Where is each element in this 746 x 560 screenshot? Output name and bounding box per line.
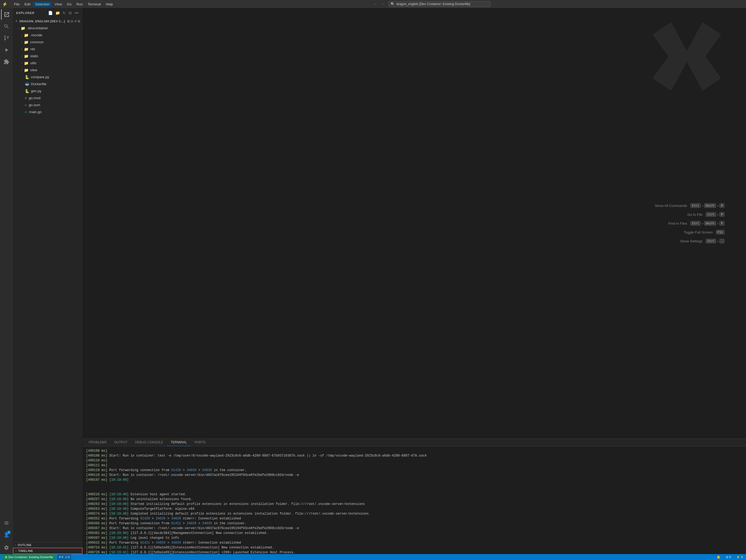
- command-find-in-files: Find in Files Ctrl + Shift + F: [668, 221, 724, 226]
- command-show-settings: Show Settings Ctrl + .: [680, 239, 724, 243]
- tab-ports[interactable]: PORTS: [191, 439, 209, 446]
- menu-terminal[interactable]: Terminal: [85, 2, 103, 7]
- sidebar-header-actions: 📄 📁 ↻ ⊟ •••: [47, 10, 79, 16]
- menu-view[interactable]: View: [52, 2, 64, 7]
- no-problems-count: 0: [729, 555, 731, 559]
- activity-explorer[interactable]: [1, 9, 12, 20]
- back-button[interactable]: ←: [371, 1, 378, 7]
- activity-remote-explorer[interactable]: [1, 518, 12, 528]
- term-line: [499110 ms]: [86, 458, 743, 463]
- tree-item-devcontainer[interactable]: › 📁 .devcontainer: [13, 25, 83, 32]
- tree-item-vscode[interactable]: › 📁 .vscode: [13, 32, 83, 39]
- command-label: Show All Commands: [655, 204, 687, 208]
- plus-sign: +: [717, 222, 719, 225]
- plus-sign: +: [717, 239, 719, 243]
- titlebar-center: ← → 🔍: [118, 1, 744, 7]
- term-line: [499108 ms]: [86, 448, 743, 453]
- python-file-icon: 🐍: [25, 74, 29, 80]
- activity-accounts[interactable]: 👤 1: [1, 529, 12, 540]
- new-file-button[interactable]: 📄: [47, 10, 54, 16]
- tree-item-go-sum[interactable]: ≡ go.sum: [13, 101, 83, 109]
- terminal-content[interactable]: [499108 ms] [499108 ms] Start: Run in co…: [83, 446, 746, 554]
- menu-edit[interactable]: Edit: [22, 2, 32, 7]
- collapse-all-button[interactable]: ⊟: [68, 10, 73, 16]
- more-actions-button[interactable]: •••: [74, 10, 79, 16]
- menu-selection[interactable]: Selection: [33, 2, 52, 7]
- remote-icon: ⊞: [5, 555, 7, 559]
- tab-terminal[interactable]: TERMINAL: [167, 439, 191, 446]
- tree-item-go-mod[interactable]: ≡ go.mod: [13, 95, 83, 101]
- tree-item-main-go[interactable]: ∞ main.go: [13, 109, 83, 116]
- tree-item-common[interactable]: › 📁 common: [13, 39, 83, 46]
- forward-button[interactable]: →: [379, 1, 386, 7]
- new-folder-button[interactable]: 📁: [55, 10, 61, 16]
- kbd-group: Ctrl + P: [706, 212, 724, 217]
- command-label: Go to File: [687, 212, 702, 216]
- plus-sign: +: [701, 204, 703, 207]
- warning-icon: ⚠: [65, 555, 67, 559]
- sidebar-header: Explorer 📄 📁 ↻ ⊟ •••: [13, 8, 83, 18]
- command-go-to-file: Go to File Ctrl + P: [687, 212, 724, 217]
- menu-file[interactable]: File: [12, 2, 22, 7]
- python-file-icon: 🐍: [25, 88, 29, 94]
- term-line: [86, 482, 743, 487]
- search-input[interactable]: [389, 1, 491, 7]
- menu-run[interactable]: Run: [74, 2, 85, 7]
- term-line: [499366 ms] Port forwarding connection f…: [86, 521, 743, 526]
- notification-badge: 1: [7, 530, 11, 534]
- tab-debug-console[interactable]: DEBUG CONSOLE: [131, 439, 167, 446]
- status-no-problems[interactable]: ⊘ 0: [725, 554, 732, 560]
- terminal-panel: PROBLEMS OUTPUT DEBUG CONSOLE TERMINAL P…: [83, 439, 746, 554]
- term-line: [499108 ms] Start: Run in container: tes…: [86, 453, 743, 458]
- tree-item-utils[interactable]: › 📁 utils: [13, 60, 83, 67]
- activity-run-debug[interactable]: [1, 45, 12, 55]
- tab-output[interactable]: OUTPUT: [111, 439, 131, 446]
- menu-go[interactable]: Go: [65, 2, 74, 7]
- folder-label-common: common: [30, 39, 44, 45]
- no-problems-icon: ⊘: [726, 555, 728, 559]
- refresh-button[interactable]: ↻: [62, 10, 67, 16]
- file-label-compare: compare.py: [31, 74, 49, 80]
- status-errors[interactable]: ✕ 0 ⚠ 0: [57, 554, 71, 560]
- commands-list: Show All Commands Ctrl + Shift + P Go to…: [655, 203, 724, 243]
- term-line: [499274 ms] [10:19:40] Completed initial…: [86, 511, 743, 516]
- sidebar: Explorer 📄 📁 ↻ ⊟ ••• ▼ DRAGON_ENGLISH [D…: [13, 8, 83, 554]
- kbd-ctrl: Ctrl: [690, 221, 701, 226]
- app-icon: ⚡: [2, 2, 7, 7]
- tree-item-gen-py[interactable]: 🐍 gen.py: [13, 88, 83, 95]
- tree-item-dockerfile[interactable]: 🐳 Dockerfile: [13, 81, 83, 88]
- tree-item-rds[interactable]: › 📁 rds: [13, 46, 83, 53]
- folder-label-view: view: [30, 67, 37, 73]
- status-ports[interactable]: ⚡ 0: [735, 554, 744, 560]
- tree-item-compare-py[interactable]: 🐍 compare.py: [13, 73, 83, 81]
- file-label-gomod: go.mod: [29, 95, 40, 101]
- term-line: [86, 487, 743, 492]
- command-show-all: Show All Commands Ctrl + Shift + P: [655, 203, 724, 208]
- timeline-header[interactable]: › TIMELINE: [13, 548, 82, 554]
- activity-settings[interactable]: [1, 542, 12, 553]
- tree-item-static[interactable]: › 📁 static: [13, 53, 83, 60]
- chevron-right-icon: ›: [22, 32, 22, 38]
- file-label-gen: gen.py: [31, 88, 41, 94]
- tab-problems[interactable]: PROBLEMS: [85, 439, 111, 446]
- root-folder-item[interactable]: ▼ DRAGON_ENGLISH [DEV C...] ⊞ ⊡ ↺ ⊟: [13, 18, 83, 25]
- menu-bar: File Edit Selection View Go Run Terminal…: [12, 2, 115, 7]
- kbd-shift: Shift: [704, 203, 716, 208]
- term-line: [499257 ms] [10:19:40] No uninstalled ex…: [86, 497, 743, 502]
- status-devcontainer[interactable]: ⊞ Dev Container: Existing Dockerfile: [2, 554, 56, 560]
- status-bell[interactable]: 🔔: [716, 554, 721, 560]
- tree-item-view[interactable]: › 📁 view: [13, 67, 83, 73]
- folder-icon: 📁: [24, 67, 28, 73]
- kbd-f: F: [719, 221, 724, 226]
- editor-content: Show All Commands Ctrl + Shift + P Go to…: [83, 8, 746, 439]
- status-right: 🔔 ⊘ 0 ⚡ 0: [716, 554, 744, 560]
- activity-search[interactable]: [1, 21, 12, 32]
- activity-extensions[interactable]: [1, 56, 12, 67]
- outline-header[interactable]: › OUTLINE: [13, 542, 83, 548]
- file-label-maingo: main.go: [29, 109, 42, 115]
- panel-tabs: PROBLEMS OUTPUT DEBUG CONSOLE TERMINAL P…: [83, 439, 746, 446]
- kbd-f11: F11: [716, 230, 724, 235]
- menu-help[interactable]: Help: [104, 2, 115, 7]
- activity-source-control[interactable]: [1, 33, 12, 43]
- titlebar: ⚡ File Edit Selection View Go Run Termin…: [0, 0, 746, 8]
